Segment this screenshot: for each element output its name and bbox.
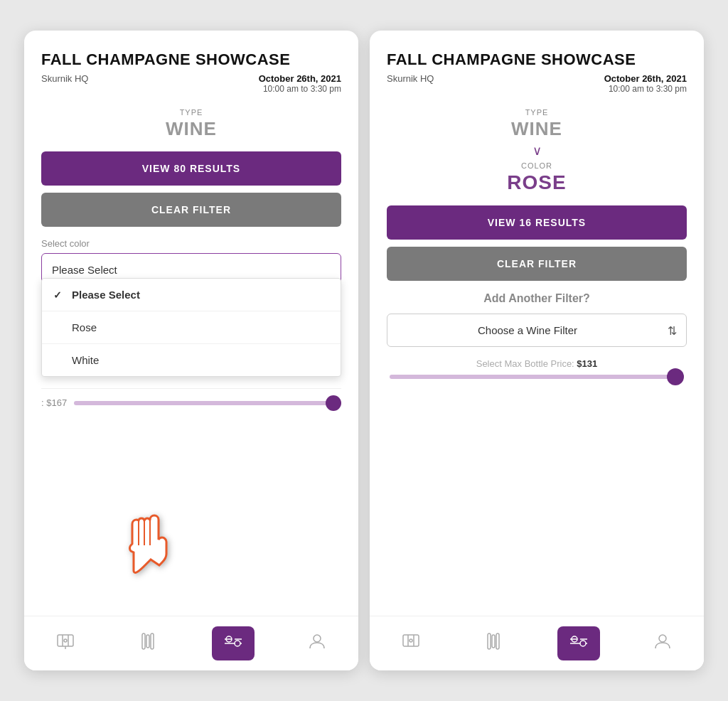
left-nav-map[interactable] [45, 628, 86, 659]
right-event-time: 10:00 am to 3:30 pm [604, 84, 687, 94]
left-filter-type-value: WINE [41, 118, 341, 140]
left-event-time: 10:00 am to 3:30 pm [259, 84, 341, 94]
right-max-price-value: $131 [577, 358, 597, 369]
left-price-thumb[interactable] [326, 395, 341, 411]
svg-point-23 [580, 641, 586, 646]
left-dropdown-item-please-select[interactable]: ✓ Please Select [42, 279, 341, 311]
left-price-text: : $167 [41, 397, 67, 408]
svg-rect-6 [146, 635, 149, 648]
right-wine-filter-wrapper: Choose a Wine Filter ⇅ [387, 314, 687, 347]
left-dropdown-label-please-select: Please Select [72, 289, 140, 301]
right-price-range[interactable] [390, 375, 684, 379]
left-event-date: October 26th, 2021 [259, 73, 341, 84]
right-nav-profile[interactable] [642, 628, 683, 659]
left-select-value: Please Select [52, 264, 117, 276]
left-dropdown-item-rose[interactable]: Rose [42, 311, 341, 344]
svg-rect-20 [492, 635, 495, 648]
left-checkmark-icon: ✓ [53, 289, 65, 301]
left-dropdown-label-rose: Rose [72, 321, 97, 333]
left-dropdown-menu: ✓ Please Select Rose White [41, 278, 341, 377]
svg-point-14 [314, 635, 321, 642]
left-select-color-label: Select color [41, 238, 341, 249]
left-dropdown-item-white[interactable]: White [42, 344, 341, 376]
right-map-icon [402, 632, 420, 655]
left-filter-type-section: TYPE WINE [41, 108, 341, 140]
left-event-venue: Skurnik HQ [41, 73, 88, 84]
svg-rect-0 [58, 635, 73, 646]
screenshot-container: FALL CHAMPAGNE SHOWCASE Skurnik HQ Octob… [24, 31, 704, 670]
left-profile-icon [308, 632, 326, 655]
left-price-range[interactable] [74, 401, 341, 405]
right-wine-filter-value: Choose a Wine Filter [478, 324, 577, 336]
left-nav-profile[interactable] [296, 628, 338, 659]
right-filter-color-value: ROSE [387, 171, 687, 194]
right-max-price-section: Select Max Bottle Price: $131 [387, 358, 687, 379]
right-max-price-text: Select Max Bottle Price: [476, 358, 574, 369]
right-phone-card: FALL CHAMPAGNE SHOWCASE Skurnik HQ Octob… [370, 31, 704, 670]
svg-rect-5 [142, 633, 145, 649]
right-profile-icon [653, 632, 672, 655]
right-add-filter-section: Add Another Filter? Choose a Wine Filter… [387, 292, 687, 347]
left-select-wrapper: Please Select ⇅ ✓ Please Select Rose Whi… [41, 253, 341, 377]
svg-point-3 [64, 639, 67, 642]
right-nav-bottles[interactable] [473, 628, 516, 659]
left-event-meta: Skurnik HQ October 26th, 2021 10:00 am t… [41, 73, 341, 94]
right-clear-filter-button[interactable]: CLEAR FILTER [387, 247, 687, 281]
right-event-date-block: October 26th, 2021 10:00 am to 3:30 pm [604, 73, 687, 94]
right-bottom-nav [370, 616, 704, 670]
svg-point-28 [659, 635, 666, 642]
svg-point-18 [410, 639, 412, 642]
right-max-price-label: Select Max Bottle Price: $131 [387, 358, 687, 369]
right-chevron-down-icon: ∨ [387, 143, 687, 159]
right-filter-color-label: COLOR [387, 161, 687, 170]
left-nav-filter[interactable] [212, 626, 255, 660]
right-price-thumb[interactable] [667, 368, 684, 385]
left-clear-filter-button[interactable]: CLEAR FILTER [41, 193, 341, 227]
right-event-date: October 26th, 2021 [604, 73, 687, 84]
right-add-filter-title: Add Another Filter? [387, 292, 687, 305]
right-filter-type-label: TYPE [387, 108, 687, 117]
svg-point-9 [235, 641, 240, 646]
right-wine-filter-select[interactable]: Choose a Wine Filter [387, 314, 687, 347]
left-filter-type-label: TYPE [41, 108, 341, 117]
left-event-date-block: October 26th, 2021 10:00 am to 3:30 pm [259, 73, 341, 94]
right-filter-type-section: TYPE WINE ∨ COLOR ROSE [387, 108, 687, 194]
left-price-row: : $167 [41, 388, 341, 417]
svg-rect-19 [488, 633, 491, 649]
left-dropdown-label-white: White [72, 354, 99, 366]
right-event-title: FALL CHAMPAGNE SHOWCASE [387, 50, 687, 69]
left-nav-bottles[interactable] [128, 628, 171, 659]
right-event-meta: Skurnik HQ October 26th, 2021 10:00 am t… [387, 73, 687, 94]
svg-rect-15 [403, 635, 419, 646]
left-event-title: FALL CHAMPAGNE SHOWCASE [41, 50, 341, 69]
left-filter-icon [223, 632, 243, 655]
right-view-results-button[interactable]: VIEW 16 RESULTS [387, 205, 687, 240]
right-filter-type-value: WINE [387, 118, 687, 140]
right-filter-icon [569, 632, 589, 655]
left-view-results-button[interactable]: VIEW 80 RESULTS [41, 151, 341, 186]
left-phone-card: FALL CHAMPAGNE SHOWCASE Skurnik HQ Octob… [24, 31, 358, 670]
right-event-venue: Skurnik HQ [387, 73, 434, 84]
right-nav-filter[interactable] [557, 626, 600, 660]
left-bottom-nav [24, 616, 358, 670]
right-nav-map[interactable] [390, 628, 432, 659]
svg-rect-7 [151, 633, 154, 649]
right-bottles-icon [485, 632, 505, 655]
left-bottles-icon [139, 632, 159, 655]
svg-rect-21 [496, 633, 499, 649]
left-map-icon [56, 632, 75, 655]
